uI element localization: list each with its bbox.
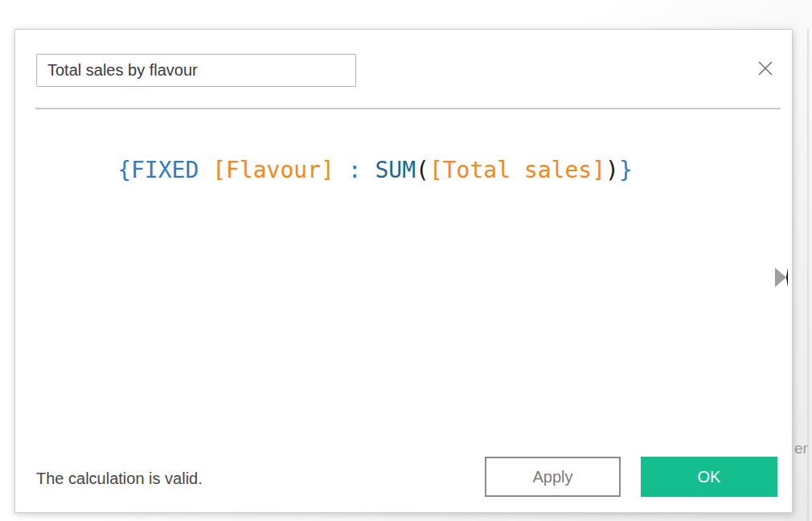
formula-line: {FIXED [Flavour] : SUM([Total sales])}: [117, 157, 633, 183]
formula-token: ): [605, 157, 619, 183]
formula-token: }: [619, 157, 633, 183]
formula-editor[interactable]: {FIXED [Flavour] : SUM([Total sales])}: [36, 120, 757, 422]
ok-button[interactable]: OK: [641, 457, 777, 497]
calculated-field-dialog: {FIXED [Flavour] : SUM([Total sales])} T…: [14, 29, 793, 513]
page-background: er {FIXED [Flavour] : SUM([Total sales])…: [0, 0, 812, 521]
formula-token: {FIXED: [117, 157, 199, 183]
close-button[interactable]: [753, 55, 778, 81]
formula-token: [362, 157, 375, 183]
formula-token: [Total sales]: [429, 157, 605, 183]
formula-token: SUM: [375, 157, 416, 183]
formula-token: :: [348, 157, 362, 183]
formula-token: (: [416, 157, 429, 183]
formula-token: [199, 157, 212, 183]
apply-button[interactable]: Apply: [485, 457, 621, 497]
header-divider: [35, 108, 781, 109]
formula-token: [Flavour]: [212, 157, 334, 183]
formula-token: [334, 157, 348, 183]
background-clipped-text: er: [794, 440, 808, 457]
expand-panel-arrow-icon[interactable]: [775, 268, 788, 287]
close-icon: [756, 59, 775, 78]
validation-status: The calculation is valid.: [36, 470, 203, 488]
calculation-name-input[interactable]: [36, 54, 356, 87]
